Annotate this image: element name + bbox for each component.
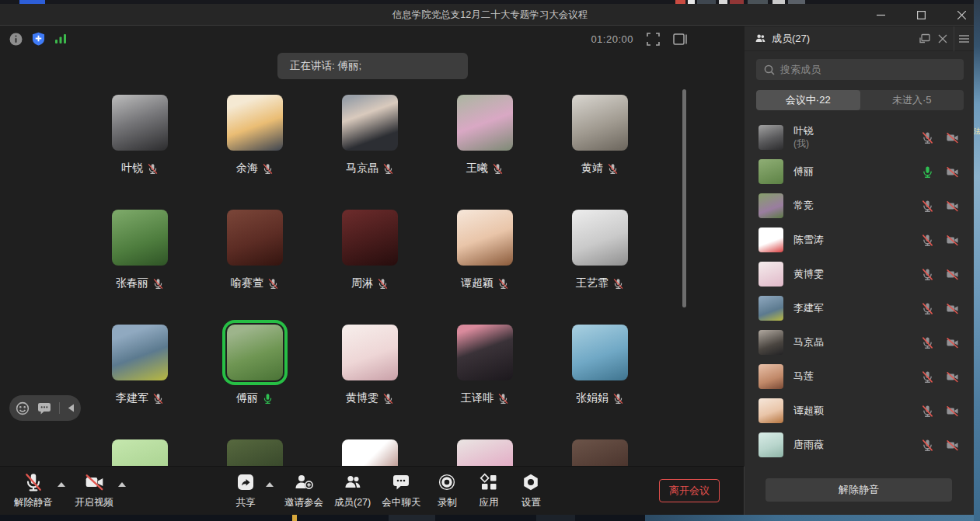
participant-tile[interactable]: 黄博雯 <box>312 325 427 439</box>
member-camera-icon[interactable] <box>945 234 960 247</box>
participant-tile[interactable]: 叶锐 <box>82 95 197 210</box>
minimize-icon[interactable] <box>870 4 891 26</box>
participant-tile[interactable]: 张春丽 <box>82 210 197 325</box>
participant-avatar <box>572 210 628 266</box>
shield-plus-icon[interactable] <box>32 32 45 46</box>
member-camera-icon[interactable] <box>945 302 960 315</box>
participant-tile[interactable] <box>312 439 427 466</box>
member-avatar <box>759 125 783 150</box>
collapse-left-icon[interactable] <box>68 404 75 412</box>
mic-options-caret[interactable] <box>58 482 65 487</box>
member-avatar <box>759 364 783 389</box>
participant-tile[interactable]: 谭超颖 <box>427 210 542 325</box>
member-camera-icon[interactable] <box>945 370 960 384</box>
unmute-button[interactable]: 解除静音 <box>12 471 54 511</box>
share-icon <box>236 473 255 491</box>
tab-not-joined[interactable]: 未进入·5 <box>860 90 964 110</box>
share-options-caret[interactable] <box>266 482 274 487</box>
participant-tile[interactable]: 周淋 <box>312 210 427 325</box>
participant-tile[interactable]: 马京晶 <box>312 95 427 210</box>
record-icon <box>438 473 456 491</box>
leave-meeting-button[interactable]: 离开会议 <box>659 479 720 502</box>
member-row[interactable]: 常竞 <box>745 189 974 223</box>
member-mic-icon[interactable] <box>921 405 934 418</box>
member-row[interactable]: 马莲 <box>745 359 974 394</box>
participant-avatar <box>457 325 513 380</box>
tab-in-meeting[interactable]: 会议中·22 <box>756 90 860 110</box>
member-mic-icon[interactable] <box>921 268 934 281</box>
members-button[interactable]: 成员(27) <box>333 471 372 511</box>
layout-icon[interactable] <box>673 33 687 45</box>
close-panel-icon[interactable] <box>938 34 947 43</box>
chat-button[interactable]: 会中聊天 <box>380 471 422 511</box>
member-camera-icon[interactable] <box>945 439 960 452</box>
participant-tile[interactable]: 王译啡 <box>427 325 542 439</box>
info-icon[interactable] <box>9 33 23 46</box>
member-camera-icon[interactable] <box>945 200 960 213</box>
participant-tile[interactable]: 王曦 <box>427 95 542 210</box>
meeting-title: 信息学院党总支12月二十大专题学习大会议程 <box>0 4 980 26</box>
participant-tile[interactable]: 王艺霏 <box>542 210 657 325</box>
member-row[interactable]: 傅丽 <box>745 155 974 189</box>
apps-button[interactable]: 应用 <box>472 471 506 511</box>
chat-bubble-icon[interactable] <box>37 402 51 415</box>
member-row[interactable]: 谭超颖 <box>745 394 974 428</box>
member-mic-icon[interactable] <box>921 234 934 247</box>
close-icon[interactable] <box>950 4 972 26</box>
member-row[interactable]: 唐雨薇 <box>745 428 974 462</box>
video-options-caret[interactable] <box>118 482 126 487</box>
member-camera-icon[interactable] <box>945 268 960 281</box>
member-row[interactable]: 李建军 <box>745 291 974 325</box>
participant-tile[interactable] <box>542 439 657 466</box>
meeting-toolbar: 解除静音 开启视频 共享 邀请参会 成员(27) <box>0 466 745 515</box>
member-mic-icon[interactable] <box>921 439 934 452</box>
camera-off-icon <box>84 472 105 492</box>
participant-tile[interactable]: 余海 <box>197 95 312 210</box>
member-mic-icon[interactable] <box>921 131 934 144</box>
participant-avatar <box>112 325 168 380</box>
participant-tile[interactable] <box>427 439 542 466</box>
divider <box>59 402 60 414</box>
start-video-button[interactable]: 开启视频 <box>73 471 115 511</box>
participant-name: 王艺霏 <box>576 276 609 290</box>
member-name: 马莲 <box>793 370 814 383</box>
participant-tile[interactable] <box>197 439 312 466</box>
participant-tile[interactable]: 喻赛萱 <box>197 210 312 325</box>
mic-status-icon <box>382 393 394 405</box>
search-member-input[interactable]: 搜索成员 <box>756 59 964 80</box>
grid-scrollbar[interactable] <box>682 89 686 307</box>
fullscreen-icon[interactable] <box>647 33 660 46</box>
maximize-icon[interactable] <box>910 4 932 26</box>
smiley-icon[interactable] <box>16 401 30 415</box>
participant-tile[interactable]: 张娟娟 <box>542 325 657 439</box>
member-mic-icon[interactable] <box>921 302 934 315</box>
network-signal-icon[interactable] <box>54 33 68 44</box>
member-camera-icon[interactable] <box>945 405 960 418</box>
share-screen-button[interactable]: 共享 <box>228 471 263 511</box>
member-camera-icon[interactable] <box>945 131 960 144</box>
popout-icon[interactable] <box>919 33 930 43</box>
member-row[interactable]: 黄博雯 <box>745 257 974 291</box>
member-camera-icon[interactable] <box>945 165 960 179</box>
invite-button[interactable]: 邀请参会 <box>283 471 325 511</box>
member-mic-icon[interactable] <box>921 370 934 384</box>
sidebar-unmute-button[interactable]: 解除静音 <box>766 478 952 502</box>
member-avatar <box>759 330 783 355</box>
member-mic-icon[interactable] <box>921 336 934 349</box>
participant-tile[interactable]: 黄靖 <box>542 95 657 210</box>
participant-tile[interactable] <box>82 439 197 466</box>
participant-tile[interactable]: 李建军 <box>82 325 197 439</box>
settings-button[interactable]: 设置 <box>514 471 548 511</box>
member-name: 陈雪涛 <box>793 234 824 246</box>
member-camera-icon[interactable] <box>945 336 960 349</box>
member-row[interactable]: 马京晶 <box>745 325 974 359</box>
record-button[interactable]: 录制 <box>430 471 464 511</box>
member-name: 李建军 <box>793 302 824 314</box>
participant-tile[interactable]: 傅丽 <box>197 325 312 439</box>
member-row[interactable]: 叶锐 (我) <box>745 120 974 155</box>
mic-status-icon <box>382 163 394 175</box>
menu-icon[interactable] <box>954 26 974 51</box>
member-mic-icon[interactable] <box>921 165 934 179</box>
member-mic-icon[interactable] <box>921 200 934 213</box>
member-row[interactable]: 陈雪涛 <box>745 223 974 257</box>
